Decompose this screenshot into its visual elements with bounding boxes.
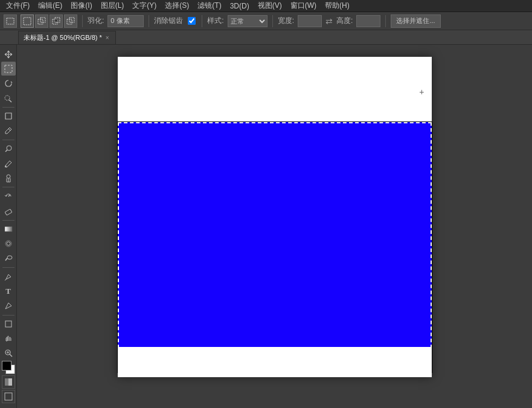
opt-divider-1 (82, 15, 83, 27)
canvas-selection-fill (118, 122, 432, 372)
svg-point-23 (7, 256, 12, 259)
menubar: 文件(F) 编辑(E) 图像(I) 图层(L) 文字(Y) 选择(S) 滤镜(T… (0, 0, 532, 12)
svg-line-25 (5, 279, 6, 280)
intersect-selection-btn[interactable] (64, 15, 77, 28)
eraser-tool[interactable] (1, 204, 16, 218)
svg-line-10 (11, 82, 12, 83)
quick-mask-btn[interactable] (2, 375, 15, 389)
document-tab[interactable]: 未标题-1 @ 50%(RGB/8) * × (18, 31, 116, 44)
move-tool[interactable] (1, 47, 16, 61)
subtract-selection-btn[interactable] (50, 15, 63, 28)
tool-sep-2 (2, 140, 14, 140)
opt-divider-2 (149, 15, 149, 27)
menu-help[interactable]: 帮助(H) (321, 0, 353, 12)
svg-rect-32 (8, 378, 12, 386)
menu-image[interactable]: 图像(I) (67, 0, 95, 12)
svg-line-12 (9, 100, 11, 102)
svg-rect-33 (5, 393, 12, 400)
gradient-tool[interactable] (1, 222, 16, 236)
menu-text[interactable]: 文字(Y) (129, 0, 160, 12)
aliased-checkbox[interactable] (188, 17, 196, 25)
svg-rect-26 (5, 321, 11, 327)
tab-bar: 未标题-1 @ 50%(RGB/8) * × (0, 30, 532, 45)
new-selection-btn[interactable] (21, 15, 34, 28)
menu-edit[interactable]: 编辑(E) (34, 0, 66, 12)
svg-line-28 (10, 354, 12, 357)
brush-tool[interactable] (1, 157, 16, 170)
tab-close-btn[interactable]: × (106, 34, 109, 41)
history-brush-tool[interactable] (1, 189, 16, 203)
svg-point-16 (5, 166, 7, 167)
menu-filter[interactable]: 滤镜(T) (194, 0, 225, 12)
clone-tool[interactable] (1, 171, 16, 185)
text-tool[interactable]: T (1, 284, 16, 298)
svg-point-14 (7, 146, 11, 151)
aliased-label: 消除锯齿 (154, 16, 183, 26)
style-label: 样式: (207, 16, 223, 26)
shape-tool[interactable] (1, 317, 16, 331)
main-area: T (0, 45, 532, 408)
menu-3d[interactable]: 3D(D) (226, 1, 253, 11)
tool-sep-3 (2, 187, 14, 187)
tool-sep-1 (2, 107, 14, 108)
svg-line-13 (8, 129, 10, 131)
tool-options-icon[interactable] (4, 15, 17, 28)
menu-file[interactable]: 文件(F) (2, 0, 33, 12)
canvas-wrapper: + (118, 57, 432, 377)
svg-rect-9 (5, 65, 12, 73)
marquee-tool[interactable] (1, 62, 16, 76)
svg-point-22 (7, 242, 10, 245)
path-selection-tool[interactable] (1, 299, 16, 312)
style-select[interactable]: 正常 固定比例 固定大小 (228, 15, 268, 27)
svg-line-24 (5, 258, 7, 261)
crop-tool[interactable] (1, 109, 16, 123)
dodge-tool[interactable] (1, 251, 16, 265)
heal-tool[interactable] (1, 142, 16, 156)
foreground-color-swatch[interactable] (2, 361, 11, 371)
feather-label: 羽化: (88, 16, 104, 26)
blur-tool[interactable] (1, 237, 16, 251)
options-bar: 羽化: 消除锯齿 样式: 正常 固定比例 固定大小 宽度: ⇄ 高度: 选择并遮… (0, 12, 532, 30)
menu-window[interactable]: 窗口(W) (287, 0, 320, 12)
width-label: 宽度: (278, 16, 294, 26)
menu-select[interactable]: 选择(S) (161, 0, 193, 12)
canvas-top-white (118, 57, 432, 122)
svg-line-15 (5, 150, 7, 152)
color-swatch-container[interactable] (2, 361, 15, 374)
eyedropper-tool[interactable] (1, 124, 16, 138)
quick-select-tool[interactable] (1, 91, 16, 105)
pen-tool[interactable] (1, 270, 16, 283)
svg-rect-31 (5, 378, 8, 386)
feather-input[interactable] (107, 15, 144, 27)
left-toolbar: T (0, 45, 17, 408)
height-label: 高度: (336, 16, 353, 26)
tool-sep-5 (2, 267, 14, 268)
lasso-tool[interactable] (1, 76, 16, 90)
height-input[interactable] (356, 15, 380, 27)
zoom-tool[interactable] (1, 346, 16, 360)
svg-point-17 (7, 175, 10, 178)
svg-rect-20 (5, 227, 12, 232)
swap-dimensions-btn[interactable]: ⇄ (325, 16, 333, 26)
canvas-area: + (17, 45, 532, 408)
svg-rect-19 (5, 209, 12, 215)
svg-point-11 (5, 96, 10, 100)
select-subject-button[interactable]: 选择并遮住... (391, 15, 440, 28)
opt-divider-5 (385, 15, 386, 27)
screen-mode-btn[interactable] (2, 390, 15, 403)
tool-sep-6 (2, 315, 14, 316)
tool-sep-4 (2, 220, 14, 221)
add-selection-btn[interactable] (35, 15, 48, 28)
svg-rect-6 (55, 19, 57, 22)
menu-layer[interactable]: 图层(L) (97, 0, 128, 12)
canvas-bottom-white (118, 347, 432, 377)
width-input[interactable] (298, 15, 322, 27)
svg-rect-1 (24, 18, 31, 25)
opt-divider-3 (202, 15, 202, 27)
hand-tool[interactable] (1, 332, 16, 346)
menu-view[interactable]: 视图(V) (254, 0, 286, 12)
tab-title: 未标题-1 @ 50%(RGB/8) * (24, 33, 102, 42)
opt-divider-4 (272, 15, 273, 27)
color-swatches (2, 361, 15, 406)
svg-rect-0 (7, 18, 14, 24)
